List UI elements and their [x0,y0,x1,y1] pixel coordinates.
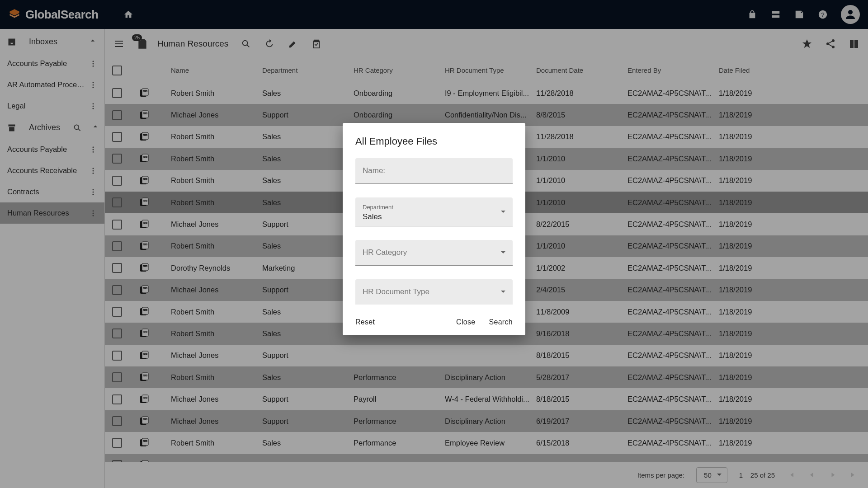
hr-type-field[interactable]: HR Document Type [355,279,513,305]
hr-category-label: HR Category [363,248,407,257]
close-button[interactable]: Close [456,318,475,326]
search-button[interactable]: Search [489,318,513,326]
department-label: Department [363,204,505,211]
department-value: Sales [363,212,382,221]
dialog-actions: Reset Close Search [355,318,513,326]
reset-button[interactable]: Reset [355,318,375,326]
search-dialog: All Employee Files Name: Department Sale… [343,123,525,335]
name-field-label: Name: [363,166,385,175]
dialog-title: All Employee Files [355,136,513,147]
modal-overlay[interactable]: All Employee Files Name: Department Sale… [0,0,868,488]
hr-type-label: HR Document Type [363,287,429,296]
department-field[interactable]: Department Sales [355,197,513,226]
hr-category-field[interactable]: HR Category [355,240,513,266]
name-field[interactable]: Name: [355,158,513,184]
